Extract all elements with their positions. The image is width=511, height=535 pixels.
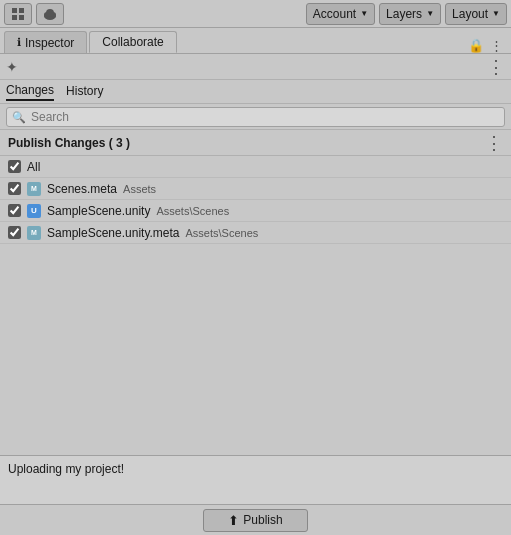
svg-rect-0 [12,8,17,13]
publish-bar: ⬆ Publish [0,505,511,535]
publish-button-label: Publish [243,513,282,527]
sub-toolbar: ✦ ⋮ [0,54,511,80]
account-label: Account [313,7,356,21]
search-icon: 🔍 [12,110,26,123]
layers-dropdown[interactable]: Layers ▼ [379,3,441,25]
all-label: All [27,160,40,174]
inspector-tab-label: Inspector [25,36,74,50]
meta-icon: M [27,182,41,196]
upload-icon: ⬆ [228,513,239,528]
publish-button[interactable]: ⬆ Publish [203,509,307,532]
sub-toolbar-menu-dots[interactable]: ⋮ [487,58,505,76]
history-tab[interactable]: History [66,84,103,100]
tab-right-icons: 🔒 ⋮ [468,38,507,53]
scenes-meta-name: Scenes.meta [47,182,117,196]
tab-menu-dots[interactable]: ⋮ [490,38,503,53]
section-tabs: Changes History [0,80,511,104]
tab-inspector[interactable]: ℹ Inspector [4,31,87,53]
tab-collaborate[interactable]: Collaborate [89,31,176,53]
inspector-icon: ℹ [17,36,21,49]
publish-changes-title: Publish Changes ( 3 ) [8,136,485,150]
samplescene-unity-name: SampleScene.unity [47,204,150,218]
layers-chevron-icon: ▼ [426,9,434,18]
scenes-meta-checkbox[interactable] [8,182,21,195]
search-wrapper: 🔍 [6,107,505,127]
layout-dropdown[interactable]: Layout ▼ [445,3,507,25]
collaborate-tab-label: Collaborate [102,35,163,49]
layout-chevron-icon: ▼ [492,9,500,18]
settings-icon[interactable]: ✦ [6,59,18,75]
svg-point-7 [46,9,54,17]
layout-label: Layout [452,7,488,21]
list-item: M SampleScene.unity.meta Assets\Scenes [0,222,511,244]
svg-rect-1 [19,8,24,13]
publish-header: Publish Changes ( 3 ) ⋮ [0,130,511,156]
list-item: U SampleScene.unity Assets\Scenes [0,200,511,222]
search-bar: 🔍 [0,104,511,130]
lock-icon[interactable]: 🔒 [468,38,484,53]
meta-icon: M [27,226,41,240]
account-chevron-icon: ▼ [360,9,368,18]
scenes-meta-path: Assets [123,183,156,195]
samplescene-unity-path: Assets\Scenes [156,205,229,217]
message-input[interactable]: Uploading my project! [0,456,511,505]
grid-icon-button[interactable] [4,3,32,25]
publish-menu-dots[interactable]: ⋮ [485,132,503,154]
svg-rect-2 [12,15,17,20]
samplescene-unity-meta-name: SampleScene.unity.meta [47,226,180,240]
svg-rect-3 [19,15,24,20]
layers-label: Layers [386,7,422,21]
samplescene-unity-meta-checkbox[interactable] [8,226,21,239]
unity-icon: U [27,204,41,218]
changes-tab[interactable]: Changes [6,83,54,101]
all-checkbox[interactable] [8,160,21,173]
top-toolbar: Account ▼ Layers ▼ Layout ▼ [0,0,511,28]
search-input[interactable] [6,107,505,127]
bottom-area: Uploading my project! ⬆ Publish [0,455,511,535]
tab-bar: ℹ Inspector Collaborate 🔒 ⋮ [0,28,511,54]
cloud-icon-button[interactable] [36,3,64,25]
account-dropdown[interactable]: Account ▼ [306,3,375,25]
samplescene-unity-meta-path: Assets\Scenes [186,227,259,239]
list-item: M Scenes.meta Assets [0,178,511,200]
all-item: All [0,156,511,178]
samplescene-unity-checkbox[interactable] [8,204,21,217]
